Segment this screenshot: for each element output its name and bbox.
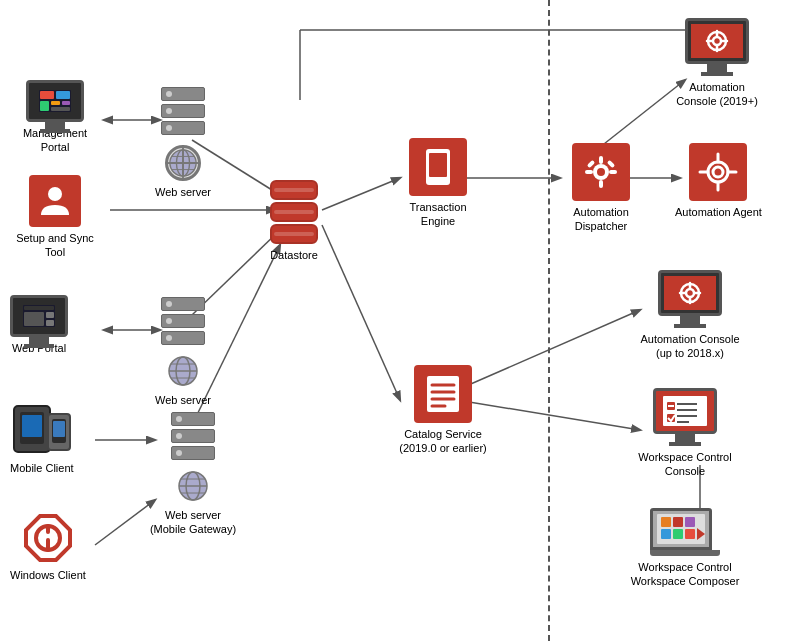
web-server-mid-icon [161, 295, 205, 389]
svg-rect-25 [51, 107, 70, 111]
web-server-mid-node: Web server [155, 295, 211, 407]
automation-dispatcher-icon [572, 143, 630, 201]
catalog-service-node: Catalog Service (2019.0 or earlier) [393, 365, 493, 456]
svg-point-71 [708, 162, 728, 182]
svg-rect-33 [24, 306, 54, 310]
svg-rect-34 [24, 312, 44, 326]
architecture-diagram: Management Portal [0, 0, 800, 641]
automation-console-new-icon [685, 18, 749, 76]
management-portal-icon [26, 80, 84, 122]
svg-rect-22 [40, 101, 49, 111]
automation-dispatcher-node: Automation Dispatcher [556, 143, 646, 234]
svg-rect-100 [685, 517, 695, 527]
svg-rect-45 [53, 421, 65, 437]
automation-console-new-label: Automation Console (2019+) [672, 80, 762, 109]
automation-dispatcher-label: Automation Dispatcher [556, 205, 646, 234]
svg-rect-66 [599, 180, 603, 188]
catalog-service-icon [414, 365, 472, 423]
svg-point-57 [436, 179, 440, 183]
setup-sync-icon [29, 175, 81, 227]
catalog-service-label: Catalog Service (2019.0 or earlier) [393, 427, 493, 456]
web-server-mobile-label: Web server (Mobile Gateway) [148, 508, 238, 537]
windows-client-node: Windows Client [10, 512, 86, 582]
svg-rect-99 [673, 517, 683, 527]
automation-console-old-label: Automation Console (up to 2018.x) [640, 332, 740, 361]
svg-rect-65 [599, 156, 603, 164]
management-portal-node: Management Portal [10, 80, 100, 155]
svg-rect-24 [62, 101, 70, 105]
svg-point-72 [713, 167, 723, 177]
setup-sync-tool-node: Setup and Sync Tool [10, 175, 100, 260]
transaction-engine-label: Transaction Engine [393, 200, 483, 229]
windows-client-icon [22, 512, 74, 564]
svg-point-84 [686, 289, 694, 297]
mobile-client-node: Mobile Client [10, 405, 74, 475]
svg-rect-21 [56, 91, 70, 99]
web-server-mobile-node: Web server (Mobile Gateway) [148, 410, 238, 537]
svg-rect-23 [51, 101, 60, 105]
web-portal-node: Web Portal [10, 295, 68, 355]
workspace-composer-node: Workspace Control Workspace Composer [630, 508, 740, 589]
web-server-top-icon [161, 85, 205, 181]
web-server-top-label: Web server [155, 185, 211, 199]
workspace-control-console-icon [653, 388, 717, 446]
svg-rect-56 [429, 153, 447, 177]
svg-line-8 [322, 225, 400, 400]
svg-rect-43 [22, 415, 42, 437]
svg-point-27 [176, 150, 189, 176]
svg-rect-35 [46, 312, 54, 318]
workspace-composer-label: Workspace Control Workspace Composer [630, 560, 740, 589]
web-server-top-node: Web server [155, 85, 211, 199]
datastore-label: Datastore [270, 248, 318, 262]
svg-rect-36 [46, 320, 54, 326]
mobile-client-icon [13, 405, 71, 457]
svg-rect-98 [661, 517, 671, 527]
svg-line-18 [95, 500, 155, 545]
web-server-mid-label: Web server [155, 393, 211, 407]
dashed-divider [548, 0, 550, 641]
svg-point-31 [48, 187, 62, 201]
svg-rect-68 [609, 170, 617, 174]
workspace-composer-icon [650, 508, 720, 556]
datastore-icon [270, 180, 318, 244]
automation-console-old-icon [658, 270, 722, 328]
svg-line-7 [322, 178, 400, 210]
automation-agent-icon [689, 143, 747, 201]
web-portal-icon [10, 295, 68, 337]
automation-agent-label: Automation Agent [675, 205, 762, 219]
transaction-engine-node: Transaction Engine [393, 138, 483, 229]
windows-client-label: Windows Client [10, 568, 86, 582]
workspace-control-console-node: Workspace Control Console [635, 388, 735, 479]
svg-rect-103 [685, 529, 695, 539]
svg-rect-70 [607, 160, 615, 168]
datastore-node: Datastore [270, 180, 318, 262]
svg-rect-101 [661, 529, 671, 539]
automation-agent-node: Automation Agent [675, 143, 762, 219]
svg-point-26 [170, 150, 196, 176]
mobile-client-label: Mobile Client [10, 461, 74, 475]
automation-console-old-node: Automation Console (up to 2018.x) [640, 270, 740, 361]
setup-sync-label: Setup and Sync Tool [10, 231, 100, 260]
svg-rect-69 [587, 160, 595, 168]
web-server-mobile-icon [171, 410, 215, 504]
svg-rect-20 [40, 91, 54, 99]
automation-console-new-node: Automation Console (2019+) [672, 18, 762, 109]
workspace-control-console-label: Workspace Control Console [635, 450, 735, 479]
svg-rect-102 [673, 529, 683, 539]
svg-point-64 [597, 168, 605, 176]
svg-point-78 [713, 37, 721, 45]
transaction-engine-icon [409, 138, 467, 196]
svg-rect-67 [585, 170, 593, 174]
